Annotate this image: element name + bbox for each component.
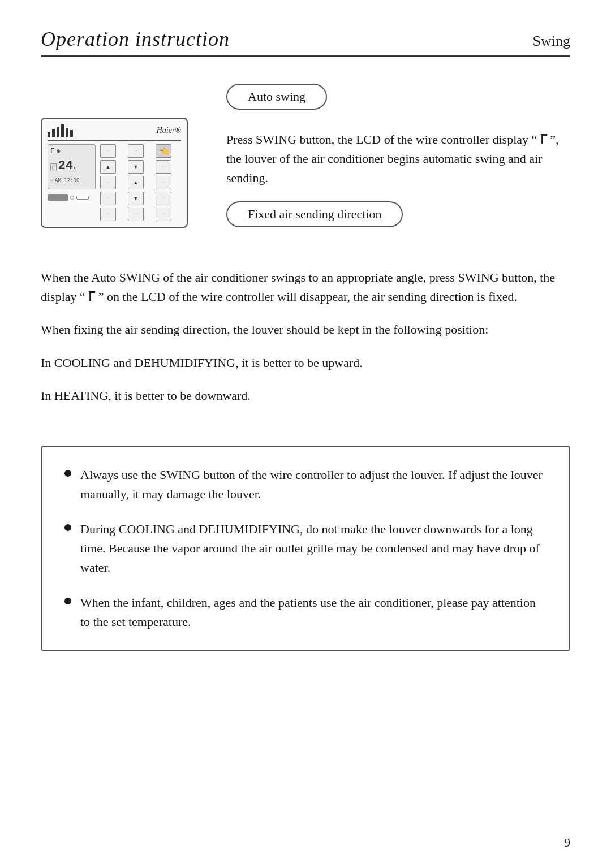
fixed-air-description-3: In COOLING and DEHUMIDIFYING, it is bett…	[41, 353, 570, 373]
controller-left-panel: Γ̅ ❅ □ 24 c ☉	[48, 144, 96, 221]
auto-swing-badge: Auto swing	[226, 84, 327, 110]
time-display: ☉ AM 12:00	[50, 178, 93, 183]
ctrl-btn-dots-1: ⋯	[100, 144, 116, 158]
ctrl-btn-empty-5: ⋯	[156, 192, 171, 205]
signal-bars-icon	[48, 124, 73, 137]
bottom-indicators	[48, 194, 96, 201]
mode-icon: □	[50, 163, 57, 171]
temp-unit: c	[74, 165, 76, 170]
section-label: Swing	[533, 33, 570, 50]
status-dots	[70, 194, 89, 201]
page-header: Operation instruction Swing	[41, 27, 570, 57]
fixed-air-description-2: When fixing the air sending direction, t…	[41, 320, 570, 339]
bullet-text-2: During COOLING and DEHUMIDIFYING, do not…	[80, 520, 547, 577]
controller-illustration: Haier® Γ̅ ❅ □	[41, 118, 199, 228]
ctrl-btn-down-1: ▼	[128, 160, 144, 174]
bullet-dot-1	[64, 470, 71, 477]
auto-swing-content: Auto swing Press SWING button, the LCD o…	[226, 84, 570, 248]
fixed-air-content: When the Auto SWING of the air condition…	[41, 268, 570, 418]
page-number: 9	[564, 835, 570, 850]
controller-body: Γ̅ ❅ □ 24 c ☉	[48, 144, 181, 221]
bullet-dot-2	[64, 524, 71, 531]
temperature-display: 24	[58, 159, 72, 173]
bullet-text-3: When the infant, children, ages and the …	[80, 593, 547, 632]
controller-top-bar: Haier®	[48, 124, 181, 141]
ctrl-btn-up-1: ▲	[100, 160, 116, 174]
controller-device: Haier® Γ̅ ❅ □	[41, 118, 188, 228]
controller-display-screen: Γ̅ ❅ □ 24 c ☉	[48, 144, 96, 189]
ctrl-btn-finger: 👈	[156, 144, 171, 158]
brand-label: Haier®	[157, 126, 181, 135]
ctrl-btn-empty-1: ⋯	[156, 160, 171, 174]
ctrl-btn-dots-3: ⋯	[156, 208, 171, 221]
power-bar	[48, 194, 68, 201]
top-section: Haier® Γ̅ ❅ □	[41, 84, 570, 248]
ctrl-btn-up-2: ▲	[128, 176, 144, 189]
controller-button-grid: ⋯ ⋯ 👈 ▲ ▼ ⋯ ⋯ ▲ ⋯ ⋯	[100, 144, 181, 221]
ctrl-btn-empty-2: ⋯	[100, 176, 116, 189]
fixed-air-description-4: In HEATING, it is better to be downward.	[41, 386, 570, 405]
ctrl-btn-empty-4: ⋯	[100, 192, 116, 205]
fixed-air-description-1: When the Auto SWING of the air condition…	[41, 268, 570, 306]
ctrl-btn-down-2: ▼	[128, 192, 144, 205]
dot-icon	[70, 196, 74, 200]
bullet-dot-3	[64, 598, 71, 604]
ctrl-btn-dots-2: ⋯	[128, 144, 144, 158]
ctrl-btn-empty-3: ⋯	[156, 176, 171, 189]
snowflake-icon: ❅	[56, 148, 61, 154]
ctrl-btn-empty-6: ⋯	[100, 208, 116, 221]
bullet-item-1: Always use the SWING button of the wire …	[64, 465, 547, 504]
main-content: Haier® Γ̅ ❅ □	[41, 84, 570, 651]
warning-box: Always use the SWING button of the wire …	[41, 446, 570, 651]
swing-symbol-icon: Γ̅	[50, 147, 54, 156]
ctrl-btn-empty-7: ⋯	[128, 208, 144, 221]
fixed-air-section: Fixed air sending direction	[226, 201, 570, 237]
bar-indicator	[76, 196, 89, 200]
page-title: Operation instruction	[41, 27, 230, 51]
bullet-text-1: Always use the SWING button of the wire …	[80, 465, 547, 504]
auto-swing-description: Press SWING button, the LCD of the wire …	[226, 130, 570, 188]
bullet-item-2: During COOLING and DEHUMIDIFYING, do not…	[64, 520, 547, 577]
bullet-item-3: When the infant, children, ages and the …	[64, 593, 547, 632]
fixed-air-badge: Fixed air sending direction	[226, 201, 403, 227]
